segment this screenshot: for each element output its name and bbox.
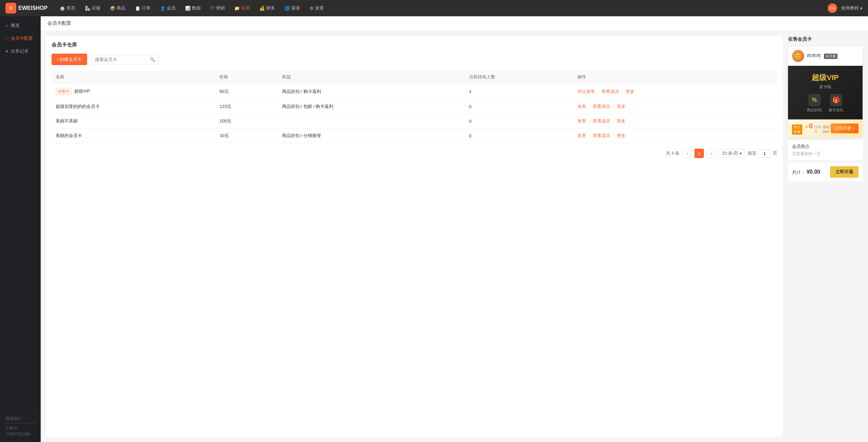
vip-status-badge: 未开通 <box>824 54 837 59</box>
nav-data[interactable]: 📊 数据 <box>181 3 205 13</box>
layout: ○ 概览 □ 会员卡配置 ≡ 出售记录 联系我们 小客斗 17667552398… <box>0 16 868 442</box>
member-intro-title: 会员简介 <box>792 143 859 150</box>
membership-icon: □ <box>5 36 8 41</box>
table-row: 超级划算的的的会员卡 123元 商品折扣 / 包邮 / 购卡返利 0 发售 | … <box>52 99 777 114</box>
sidebar-item-membership-config[interactable]: □ 会员卡配置 <box>0 32 41 45</box>
action-view-members-1[interactable]: 查看成员 <box>601 89 619 94</box>
vip-title: 超级VIP <box>795 73 856 83</box>
page-size-select[interactable]: 20 条/页 ▾ <box>719 149 745 158</box>
settings-icon: ⚙ <box>310 6 314 11</box>
sidebar-item-sales-records[interactable]: ≡ 出售记录 <box>0 45 41 58</box>
open-now-bottom-button[interactable]: 立即开通 <box>830 166 859 178</box>
home-icon: 🏠 <box>60 6 65 11</box>
cell-name-2: 超级划算的的的会员卡 <box>52 99 215 114</box>
pagination: 共 4 条 ‹ 1 › 20 条/页 ▾ 跳至 页 <box>52 149 777 158</box>
sidebar-item-overview[interactable]: ○ 概览 <box>0 19 41 32</box>
nav-home[interactable]: 🏠 首页 <box>56 3 79 13</box>
cell-name-1: 出售中 超级VIP <box>52 84 215 99</box>
action-view-members-4[interactable]: 查看成员 <box>593 133 610 138</box>
card-warehouse: 会员卡仓库 +创建会员卡 🔍 名称 价格 权益 当前持有人数 <box>46 36 783 437</box>
nav-members[interactable]: 👤 会员 <box>156 3 180 13</box>
nav-finance[interactable]: 💰 财务 <box>255 3 279 13</box>
first-open-banner: 首次开通 ¥ 0 /180天 原价 ¥60 立即开通 > <box>788 119 863 137</box>
help-button[interactable]: 使用教程 ▾ <box>841 5 863 11</box>
create-membership-button[interactable]: +创建会员卡 <box>52 54 87 65</box>
top-navigation: E EWEISHOP 🏠 首页 🏪 店铺 📦 商品 📋 订单 👤 会员 📊 数据 <box>0 0 868 16</box>
sidebar: ○ 概览 □ 会员卡配置 ≡ 出售记录 联系我们 小客斗 17667552398 <box>0 16 41 442</box>
toolbar: +创建会员卡 🔍 <box>52 54 777 65</box>
price-period: /180天 <box>814 125 821 134</box>
original-price: 原价 ¥60 <box>823 124 830 134</box>
nav-marketing[interactable]: 🛡 营销 <box>206 3 229 13</box>
search-input[interactable] <box>95 57 148 62</box>
contact-title: 联系我们 <box>5 416 35 422</box>
vip-dark-card: 超级VIP 发卡啦 % 商品折扣 🎁 购卡送礼 <box>788 66 863 119</box>
table-row: 美丽不美丽 100元 0 发售 | 查看成员 | 更多 <box>52 114 777 129</box>
section-title: 会员卡仓库 <box>52 42 777 48</box>
cell-benefits-3 <box>278 114 465 129</box>
nav-items: 🏠 首页 🏪 店铺 📦 商品 📋 订单 👤 会员 📊 数据 🛡 营销 📁 <box>56 3 828 13</box>
store-icon: 🏪 <box>85 6 90 11</box>
orders-icon: 📋 <box>135 6 140 11</box>
page-jump-input[interactable] <box>758 150 771 157</box>
action-sell-3[interactable]: 发售 <box>577 118 586 123</box>
total-section: 共计： ¥0.00 立即开通 <box>788 163 863 181</box>
action-more-3[interactable]: 更多 <box>617 118 626 123</box>
nav-apps[interactable]: 📁 应用 <box>230 3 254 13</box>
vip-card-header: 😊 咋咋咋 未开通 <box>788 46 863 66</box>
vip-subtitle: 发卡啦 <box>795 84 856 90</box>
channel-icon: 🌐 <box>284 6 290 11</box>
apps-icon: 📁 <box>234 6 240 11</box>
finance-icon: 💰 <box>259 6 265 11</box>
content-area: 会员卡仓库 +创建会员卡 🔍 名称 价格 权益 当前持有人数 <box>41 31 868 442</box>
contact-phone: 17667552398 <box>5 432 35 437</box>
cell-benefits-1: 商品折扣 / 购卡返利 <box>278 84 465 99</box>
cell-actions-1: 停止发售 | 查看成员 | 更多 <box>573 84 777 99</box>
currency-symbol: ¥ <box>806 125 808 129</box>
records-icon: ≡ <box>5 49 8 54</box>
cell-holders-3: 0 <box>465 114 573 129</box>
table-header: 名称 价格 权益 当前持有人数 操作 <box>52 71 777 84</box>
action-more-1[interactable]: 更多 <box>626 89 634 94</box>
col-actions: 操作 <box>573 71 777 84</box>
avatar[interactable]: iTA <box>828 3 837 13</box>
overview-icon: ○ <box>5 23 8 28</box>
member-intro-desc: 又是暴富的一天 <box>792 151 859 157</box>
action-more-4[interactable]: 更多 <box>617 133 626 138</box>
cell-holders-1: 1 <box>465 84 573 99</box>
action-sell-4[interactable]: 发售 <box>577 133 586 138</box>
nav-settings[interactable]: ⚙ 设置 <box>305 3 328 13</box>
cell-price-1: 60元 <box>215 84 278 99</box>
prev-page-button[interactable]: ‹ <box>682 149 692 158</box>
contact-name: 小客斗 <box>5 425 35 431</box>
cell-holders-2: 0 <box>465 99 573 114</box>
action-view-members-2[interactable]: 查看成员 <box>593 104 610 109</box>
member-intro: 会员简介 又是暴富的一天 <box>788 140 863 160</box>
nav-products[interactable]: 📦 商品 <box>106 3 130 13</box>
cell-benefits-2: 商品折扣 / 包邮 / 购卡返利 <box>278 99 465 114</box>
discount-icon: % <box>808 94 821 106</box>
logo-text: EWEISHOP <box>18 5 47 11</box>
right-panel-title: 在售会员卡 <box>788 36 863 42</box>
vip-icons: % 商品折扣 🎁 购卡送礼 <box>795 94 856 113</box>
nav-orders[interactable]: 📋 订单 <box>131 3 155 13</box>
first-open-badge: 首次开通 <box>792 124 802 135</box>
current-page-button[interactable]: 1 <box>694 149 704 158</box>
promo-price: 0 <box>809 122 813 130</box>
nav-channel[interactable]: 🌐 渠道 <box>280 3 304 13</box>
action-more-2[interactable]: 更多 <box>617 104 626 109</box>
data-icon: 📊 <box>185 6 191 11</box>
open-now-button[interactable]: 立即开通 > <box>831 123 859 133</box>
nav-store[interactable]: 🏪 店铺 <box>81 3 104 13</box>
action-view-members-3[interactable]: 查看成员 <box>593 118 610 123</box>
table-body: 出售中 超级VIP 60元 商品折扣 / 购卡返利 1 停止发售 | 查看成员 … <box>52 84 777 143</box>
logo[interactable]: E EWEISHOP <box>5 3 47 14</box>
next-page-button[interactable]: › <box>707 149 716 158</box>
table-row: 美丽的会员卡 10元 商品折扣 / 分销裂变 0 发售 | 查看成员 | 更多 <box>52 129 777 143</box>
logo-icon: E <box>5 3 16 14</box>
action-stop-sell[interactable]: 停止发售 <box>577 89 595 94</box>
search-box: 🔍 <box>91 55 159 64</box>
gift-icon: 🎁 <box>830 94 842 106</box>
action-sell-2[interactable]: 发售 <box>577 104 586 109</box>
cell-name-3: 美丽不美丽 <box>52 114 215 129</box>
